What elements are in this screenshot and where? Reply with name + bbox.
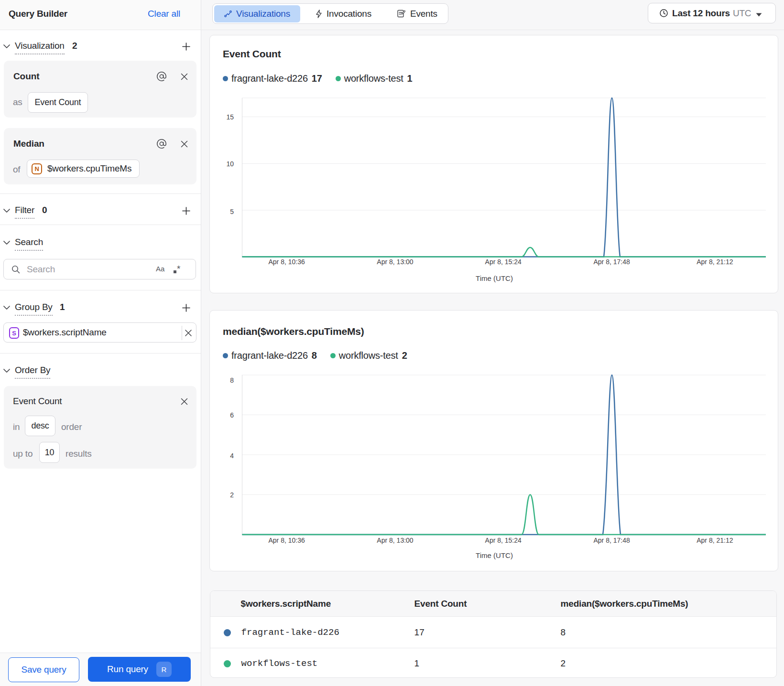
svg-text:Apr 8, 10:36: Apr 8, 10:36 — [268, 536, 305, 544]
svg-text:2: 2 — [230, 491, 234, 499]
svg-text:8: 8 — [230, 376, 234, 384]
svg-text:15: 15 — [226, 113, 234, 121]
svg-text:5: 5 — [230, 208, 234, 215]
svg-text:Apr 8, 17:48: Apr 8, 17:48 — [593, 258, 630, 266]
svg-text:4: 4 — [230, 452, 234, 460]
svg-text:6: 6 — [230, 411, 234, 419]
svg-text:Apr 8, 10:36: Apr 8, 10:36 — [268, 258, 305, 266]
svg-text:Apr 8, 21:12: Apr 8, 21:12 — [697, 258, 733, 266]
svg-text:Apr 8, 13:00: Apr 8, 13:00 — [377, 258, 413, 266]
svg-text:Time (UTC): Time (UTC) — [476, 551, 513, 559]
svg-text:Aa: Aa — [156, 265, 165, 273]
svg-text:Apr 8, 17:48: Apr 8, 17:48 — [593, 536, 630, 544]
svg-text:Time (UTC): Time (UTC) — [476, 274, 513, 282]
svg-text:*: * — [177, 265, 181, 274]
svg-text:Apr 8, 15:24: Apr 8, 15:24 — [485, 536, 522, 544]
svg-text:Apr 8, 13:00: Apr 8, 13:00 — [377, 536, 413, 544]
svg-text:Apr 8, 15:24: Apr 8, 15:24 — [485, 258, 522, 266]
svg-text:Apr 8, 21:12: Apr 8, 21:12 — [697, 536, 733, 544]
svg-text:10: 10 — [226, 160, 234, 168]
